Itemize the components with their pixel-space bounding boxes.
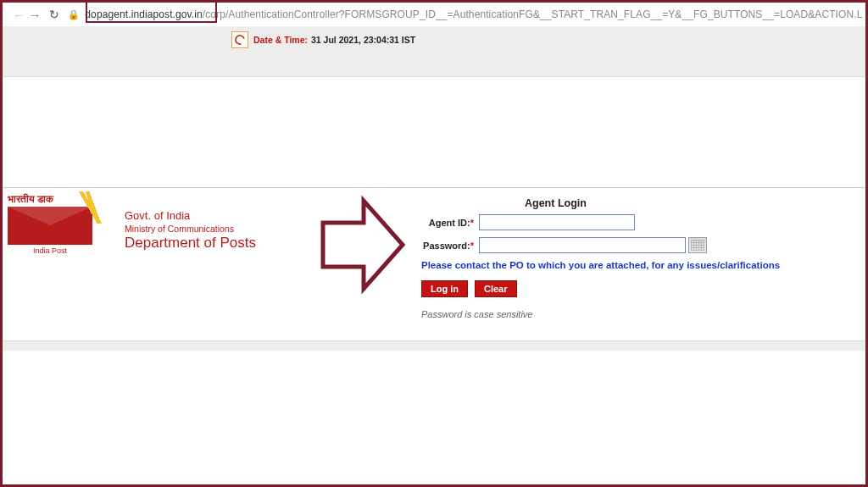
password-row: Password:* [421,237,855,253]
agent-id-label: Agent ID:* [421,218,474,228]
contact-note: Please contact the PO to which you are a… [421,260,855,270]
password-label: Password:* [421,241,474,251]
clock-icon [231,31,248,48]
clear-button[interactable]: Clear [475,280,517,297]
url-text[interactable]: dopagent.indiapost.gov.in/corp/Authentic… [85,8,862,20]
password-hint: Password is case sensitive [421,309,855,319]
agent-id-input[interactable] [479,214,635,230]
forward-arrow-icon[interactable]: → [27,6,43,23]
virtual-keyboard-icon[interactable] [688,237,707,253]
login-button[interactable]: Log in [421,280,468,297]
logo-line3: Department of Posts [125,235,256,252]
login-form: Agent Login Agent ID:* Password:* Please… [421,197,855,319]
url-domain: dopagent.indiapost.gov.in [85,8,202,20]
lock-icon: 🔒 [68,9,80,20]
agent-id-row: Agent ID:* [421,214,855,230]
url-path: /corp/AuthenticationController?FORMSGROU… [203,8,862,20]
logo-block: भारतीय डाक India Post Govt. of India Min… [8,193,256,255]
datetime-label: Date & Time: [253,35,308,45]
button-row: Log in Clear [421,280,855,297]
india-post-logo-icon [8,207,92,245]
top-info-bar: Date & Time: 31 Jul 2021, 23:04:31 IST [3,26,865,77]
logo-small-caption: India Post [8,246,92,255]
reload-icon[interactable]: ↻ [49,8,59,21]
form-title: Agent Login [525,197,855,209]
bottom-gray-band [3,340,865,351]
logo-line1: Govt. of India [125,209,256,222]
datetime-display: Date & Time: 31 Jul 2021, 23:04:31 IST [231,31,415,48]
back-arrow-icon[interactable]: ← [11,6,27,23]
logo-hindi-title: भारतीय डाक [8,193,256,205]
datetime-value: 31 Jul 2021, 23:04:31 IST [311,35,415,45]
password-input[interactable] [479,237,686,253]
browser-address-bar: ← → ↻ 🔒 dopagent.indiapost.gov.in/corp/A… [11,4,862,25]
logo-line2: Ministry of Communications [125,224,256,234]
